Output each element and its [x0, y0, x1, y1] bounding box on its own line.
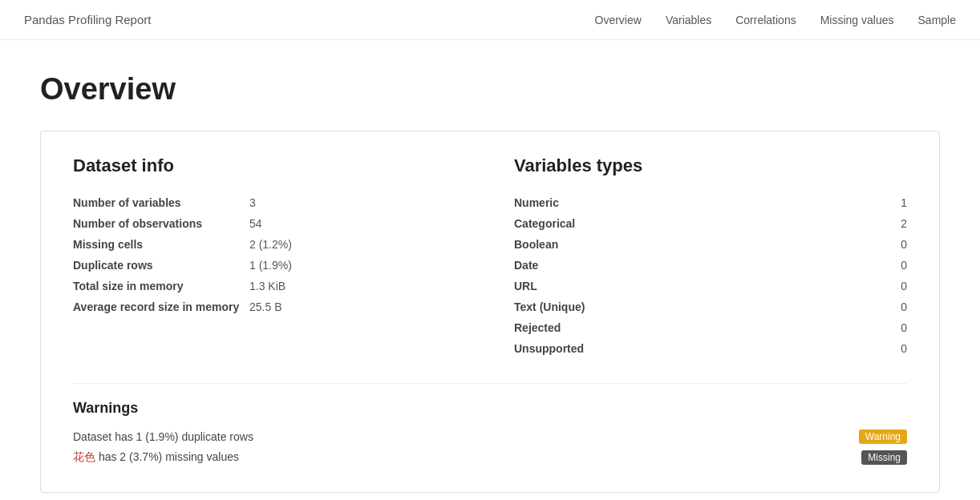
header: Pandas Profiling Report OverviewVariable… — [0, 0, 980, 40]
type-label: URL — [514, 276, 875, 296]
two-column-layout: Dataset info Number of variables 3 Numbe… — [73, 155, 907, 359]
warning-row: Dataset has 1 (1.9%) duplicate rowsWarni… — [73, 426, 907, 447]
table-row: Rejected 0 — [514, 317, 907, 338]
type-label: Unsupported — [514, 338, 875, 359]
main-content: Overview Dataset info Number of variable… — [0, 40, 980, 500]
type-label: Boolean — [514, 234, 875, 255]
type-value: 0 — [875, 276, 907, 296]
type-value: 0 — [875, 338, 907, 359]
dataset-info-section: Dataset info Number of variables 3 Numbe… — [73, 155, 466, 359]
warning-text: Dataset has 1 (1.9%) duplicate rows — [73, 430, 253, 443]
nav-link-correlations[interactable]: Correlations — [735, 14, 796, 26]
table-row: Unsupported 0 — [514, 338, 907, 359]
main-nav: OverviewVariablesCorrelationsMissing val… — [595, 14, 956, 26]
type-value: 0 — [875, 296, 907, 317]
warning-text: 花色 has 2 (3.7%) missing values — [73, 450, 239, 465]
info-label: Average record size in memory — [73, 296, 249, 317]
page-title: Overview — [40, 72, 940, 107]
nav-link-variables[interactable]: Variables — [666, 14, 711, 26]
info-label: Duplicate rows — [73, 255, 249, 276]
warning-badge: Missing — [861, 450, 907, 465]
type-value: 0 — [875, 255, 907, 276]
dataset-info-title: Dataset info — [73, 155, 466, 176]
app-title: Pandas Profiling Report — [24, 13, 151, 26]
type-value: 0 — [875, 317, 907, 338]
warnings-list: Dataset has 1 (1.9%) duplicate rowsWarni… — [73, 426, 907, 468]
type-label: Text (Unique) — [514, 296, 875, 317]
table-row: Duplicate rows 1 (1.9%) — [73, 255, 466, 276]
type-value: 2 — [875, 213, 907, 234]
info-value: 1.3 KiB — [249, 276, 466, 296]
info-value: 2 (1.2%) — [249, 234, 466, 255]
table-row: Total size in memory 1.3 KiB — [73, 276, 466, 296]
table-row: Date 0 — [514, 255, 907, 276]
info-label: Missing cells — [73, 234, 249, 255]
variable-types-section: Variables types Numeric 1 Categorical 2 … — [514, 155, 907, 359]
table-row: Boolean 0 — [514, 234, 907, 255]
overview-card: Dataset info Number of variables 3 Numbe… — [40, 131, 940, 493]
type-label: Numeric — [514, 192, 875, 213]
info-label: Number of observations — [73, 213, 249, 234]
variable-types-table: Numeric 1 Categorical 2 Boolean 0 Date 0… — [514, 192, 907, 359]
nav-link-overview[interactable]: Overview — [595, 14, 642, 26]
warnings-section: Warnings Dataset has 1 (1.9%) duplicate … — [73, 383, 907, 468]
variable-types-title: Variables types — [514, 155, 907, 176]
warning-row: 花色 has 2 (3.7%) missing valuesMissing — [73, 447, 907, 468]
table-row: URL 0 — [514, 276, 907, 296]
nav-link-sample[interactable]: Sample — [918, 14, 956, 26]
table-row: Average record size in memory 25.5 B — [73, 296, 466, 317]
type-label: Categorical — [514, 213, 875, 234]
info-value: 3 — [249, 192, 466, 213]
table-row: Missing cells 2 (1.2%) — [73, 234, 466, 255]
type-value: 1 — [875, 192, 907, 213]
type-label: Date — [514, 255, 875, 276]
table-row: Text (Unique) 0 — [514, 296, 907, 317]
type-label: Rejected — [514, 317, 875, 338]
table-row: Number of observations 54 — [73, 213, 466, 234]
dataset-info-table: Number of variables 3 Number of observat… — [73, 192, 466, 317]
info-value: 1 (1.9%) — [249, 255, 466, 276]
info-value: 54 — [249, 213, 466, 234]
info-value: 25.5 B — [249, 296, 466, 317]
warnings-title: Warnings — [73, 400, 907, 417]
table-row: Numeric 1 — [514, 192, 907, 213]
warning-badge: Warning — [859, 429, 907, 444]
nav-link-missing-values[interactable]: Missing values — [820, 14, 894, 26]
table-row: Categorical 2 — [514, 213, 907, 234]
info-label: Number of variables — [73, 192, 249, 213]
table-row: Number of variables 3 — [73, 192, 466, 213]
type-value: 0 — [875, 234, 907, 255]
warning-link: 花色 — [73, 450, 95, 463]
info-label: Total size in memory — [73, 276, 249, 296]
